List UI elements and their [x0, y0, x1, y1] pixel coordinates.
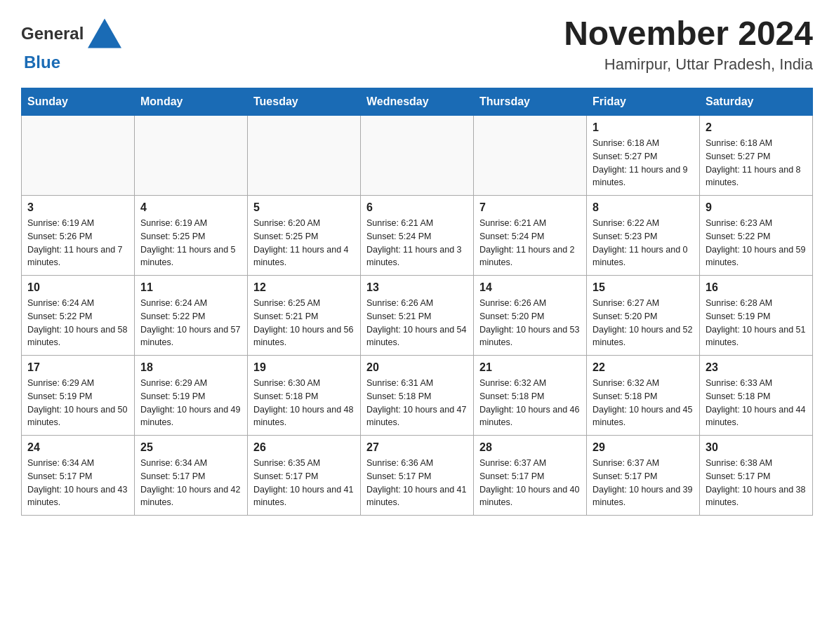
calendar-day-cell: 27Sunrise: 6:36 AMSunset: 5:17 PMDayligh… — [361, 436, 474, 516]
day-number: 30 — [706, 441, 807, 454]
calendar-header-saturday: Saturday — [700, 88, 813, 116]
day-number: 13 — [366, 281, 468, 294]
day-info: Sunrise: 6:22 AMSunset: 5:23 PMDaylight:… — [593, 217, 694, 269]
title-area: November 2024 Hamirpur, Uttar Pradesh, I… — [564, 14, 813, 74]
calendar-week-row: 10Sunrise: 6:24 AMSunset: 5:22 PMDayligh… — [22, 276, 813, 356]
day-number: 3 — [27, 201, 128, 214]
day-info: Sunrise: 6:37 AMSunset: 5:17 PMDaylight:… — [479, 457, 581, 509]
calendar-day-cell — [22, 116, 135, 196]
day-info: Sunrise: 6:24 AMSunset: 5:22 PMDaylight:… — [27, 297, 128, 349]
month-title: November 2024 — [564, 14, 813, 53]
day-number: 19 — [253, 361, 355, 374]
calendar-day-cell: 23Sunrise: 6:33 AMSunset: 5:18 PMDayligh… — [700, 356, 813, 436]
calendar-day-cell: 7Sunrise: 6:21 AMSunset: 5:24 PMDaylight… — [474, 196, 587, 276]
calendar-day-cell: 17Sunrise: 6:29 AMSunset: 5:19 PMDayligh… — [22, 356, 135, 436]
calendar-day-cell: 12Sunrise: 6:25 AMSunset: 5:21 PMDayligh… — [248, 276, 361, 356]
logo-general-text: General — [21, 24, 84, 43]
day-number: 14 — [479, 281, 581, 294]
calendar-day-cell: 13Sunrise: 6:26 AMSunset: 5:21 PMDayligh… — [361, 276, 474, 356]
calendar-day-cell — [361, 116, 474, 196]
day-info: Sunrise: 6:36 AMSunset: 5:17 PMDaylight:… — [366, 457, 468, 509]
day-number: 16 — [706, 281, 807, 294]
day-number: 26 — [253, 441, 355, 454]
calendar-header-friday: Friday — [587, 88, 700, 116]
calendar-day-cell — [474, 116, 587, 196]
calendar-day-cell: 6Sunrise: 6:21 AMSunset: 5:24 PMDaylight… — [361, 196, 474, 276]
day-number: 28 — [479, 441, 581, 454]
day-number: 1 — [593, 121, 694, 134]
day-info: Sunrise: 6:30 AMSunset: 5:18 PMDaylight:… — [253, 377, 355, 429]
calendar-day-cell: 16Sunrise: 6:28 AMSunset: 5:19 PMDayligh… — [700, 276, 813, 356]
calendar-header-monday: Monday — [135, 88, 248, 116]
day-number: 2 — [706, 121, 807, 134]
calendar-day-cell: 10Sunrise: 6:24 AMSunset: 5:22 PMDayligh… — [22, 276, 135, 356]
day-info: Sunrise: 6:21 AMSunset: 5:24 PMDaylight:… — [479, 217, 581, 269]
day-info: Sunrise: 6:32 AMSunset: 5:18 PMDaylight:… — [479, 377, 581, 429]
calendar-day-cell: 28Sunrise: 6:37 AMSunset: 5:17 PMDayligh… — [474, 436, 587, 516]
day-info: Sunrise: 6:19 AMSunset: 5:26 PMDaylight:… — [27, 217, 128, 269]
day-info: Sunrise: 6:27 AMSunset: 5:20 PMDaylight:… — [593, 297, 694, 349]
day-number: 7 — [479, 201, 581, 214]
calendar-header-thursday: Thursday — [474, 88, 587, 116]
calendar-day-cell: 22Sunrise: 6:32 AMSunset: 5:18 PMDayligh… — [587, 356, 700, 436]
day-number: 29 — [593, 441, 694, 454]
day-info: Sunrise: 6:33 AMSunset: 5:18 PMDaylight:… — [706, 377, 807, 429]
day-info: Sunrise: 6:26 AMSunset: 5:21 PMDaylight:… — [366, 297, 468, 349]
calendar-header-sunday: Sunday — [22, 88, 135, 116]
calendar-day-cell: 21Sunrise: 6:32 AMSunset: 5:18 PMDayligh… — [474, 356, 587, 436]
calendar-table: SundayMondayTuesdayWednesdayThursdayFrid… — [21, 88, 813, 516]
calendar-day-cell: 15Sunrise: 6:27 AMSunset: 5:20 PMDayligh… — [587, 276, 700, 356]
day-number: 12 — [253, 281, 355, 294]
day-number: 25 — [140, 441, 241, 454]
calendar-week-row: 24Sunrise: 6:34 AMSunset: 5:17 PMDayligh… — [22, 436, 813, 516]
logo: General Blue — [21, 14, 126, 72]
calendar-day-cell: 2Sunrise: 6:18 AMSunset: 5:27 PMDaylight… — [700, 116, 813, 196]
calendar-header-row: SundayMondayTuesdayWednesdayThursdayFrid… — [22, 88, 813, 116]
day-number: 20 — [366, 361, 468, 374]
day-number: 5 — [253, 201, 355, 214]
day-info: Sunrise: 6:32 AMSunset: 5:18 PMDaylight:… — [593, 377, 694, 429]
calendar-week-row: 1Sunrise: 6:18 AMSunset: 5:27 PMDaylight… — [22, 116, 813, 196]
calendar-day-cell: 18Sunrise: 6:29 AMSunset: 5:19 PMDayligh… — [135, 356, 248, 436]
calendar-header-wednesday: Wednesday — [361, 88, 474, 116]
day-number: 21 — [479, 361, 581, 374]
location-title: Hamirpur, Uttar Pradesh, India — [564, 55, 813, 74]
calendar-day-cell: 24Sunrise: 6:34 AMSunset: 5:17 PMDayligh… — [22, 436, 135, 516]
calendar-day-cell: 29Sunrise: 6:37 AMSunset: 5:17 PMDayligh… — [587, 436, 700, 516]
calendar-day-cell: 3Sunrise: 6:19 AMSunset: 5:26 PMDaylight… — [22, 196, 135, 276]
day-info: Sunrise: 6:20 AMSunset: 5:25 PMDaylight:… — [253, 217, 355, 269]
logo-blue-text: Blue — [24, 53, 60, 72]
day-number: 24 — [27, 441, 128, 454]
day-number: 6 — [366, 201, 468, 214]
day-info: Sunrise: 6:18 AMSunset: 5:27 PMDaylight:… — [706, 137, 807, 189]
day-info: Sunrise: 6:31 AMSunset: 5:18 PMDaylight:… — [366, 377, 468, 429]
calendar-day-cell: 5Sunrise: 6:20 AMSunset: 5:25 PMDaylight… — [248, 196, 361, 276]
calendar-day-cell: 26Sunrise: 6:35 AMSunset: 5:17 PMDayligh… — [248, 436, 361, 516]
day-number: 18 — [140, 361, 241, 374]
day-info: Sunrise: 6:21 AMSunset: 5:24 PMDaylight:… — [366, 217, 468, 269]
day-info: Sunrise: 6:29 AMSunset: 5:19 PMDaylight:… — [140, 377, 241, 429]
day-info: Sunrise: 6:38 AMSunset: 5:17 PMDaylight:… — [706, 457, 807, 509]
day-info: Sunrise: 6:19 AMSunset: 5:25 PMDaylight:… — [140, 217, 241, 269]
page-header: General Blue November 2024 Hamirpur, Utt… — [21, 14, 813, 74]
calendar-day-cell: 14Sunrise: 6:26 AMSunset: 5:20 PMDayligh… — [474, 276, 587, 356]
calendar-header-tuesday: Tuesday — [248, 88, 361, 116]
day-info: Sunrise: 6:34 AMSunset: 5:17 PMDaylight:… — [140, 457, 241, 509]
day-info: Sunrise: 6:24 AMSunset: 5:22 PMDaylight:… — [140, 297, 241, 349]
calendar-day-cell: 19Sunrise: 6:30 AMSunset: 5:18 PMDayligh… — [248, 356, 361, 436]
calendar-day-cell — [135, 116, 248, 196]
day-info: Sunrise: 6:28 AMSunset: 5:19 PMDaylight:… — [706, 297, 807, 349]
calendar-day-cell: 30Sunrise: 6:38 AMSunset: 5:17 PMDayligh… — [700, 436, 813, 516]
day-number: 8 — [593, 201, 694, 214]
day-number: 10 — [27, 281, 128, 294]
day-number: 22 — [593, 361, 694, 374]
day-info: Sunrise: 6:35 AMSunset: 5:17 PMDaylight:… — [253, 457, 355, 509]
calendar-week-row: 3Sunrise: 6:19 AMSunset: 5:26 PMDaylight… — [22, 196, 813, 276]
calendar-week-row: 17Sunrise: 6:29 AMSunset: 5:19 PMDayligh… — [22, 356, 813, 436]
day-number: 9 — [706, 201, 807, 214]
calendar-day-cell: 25Sunrise: 6:34 AMSunset: 5:17 PMDayligh… — [135, 436, 248, 516]
day-info: Sunrise: 6:25 AMSunset: 5:21 PMDaylight:… — [253, 297, 355, 349]
day-info: Sunrise: 6:18 AMSunset: 5:27 PMDaylight:… — [593, 137, 694, 189]
day-info: Sunrise: 6:29 AMSunset: 5:19 PMDaylight:… — [27, 377, 128, 429]
calendar-day-cell: 20Sunrise: 6:31 AMSunset: 5:18 PMDayligh… — [361, 356, 474, 436]
